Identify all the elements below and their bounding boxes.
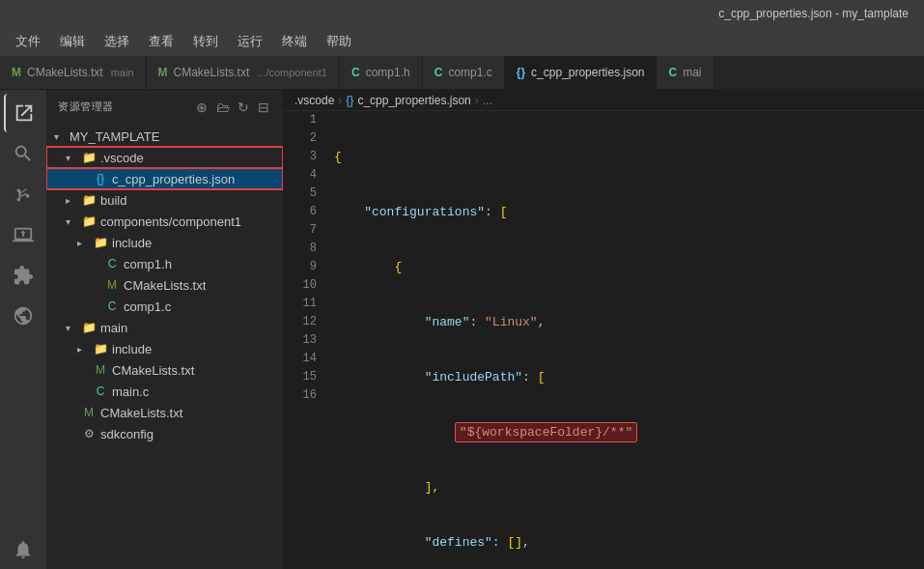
- breadcrumb-sep2: ›: [475, 94, 479, 107]
- file-tree: ▾ MY_TAMPLATE ▾ 📁 .vscode ▸ {} c_cpp_pro…: [46, 124, 283, 446]
- file-label: comp1.c: [124, 299, 171, 314]
- json-key: "defines": [425, 533, 492, 552]
- folder-label: include: [112, 342, 152, 356]
- chevron-down-icon: ▾: [54, 131, 66, 142]
- refresh-icon[interactable]: ↻: [236, 98, 252, 117]
- menu-view[interactable]: 查看: [141, 29, 182, 54]
- tree-item-cmake-root[interactable]: ▸ M CMakeLists.txt: [46, 402, 283, 423]
- code-line-6: "${workspaceFolder}/**": [334, 423, 924, 441]
- code-editor[interactable]: { "configurations": [ { "name": "Linux",…: [326, 111, 924, 569]
- tab-label: mai: [683, 66, 701, 79]
- tree-item-comp1h[interactable]: ▸ C comp1.h: [46, 253, 283, 274]
- line-num-10: 10: [283, 276, 317, 295]
- brace: {: [334, 148, 342, 166]
- tab-cmake-component[interactable]: M CMakeLists.txt .../component1: [147, 56, 340, 89]
- tree-item-vscode[interactable]: ▾ 📁 .vscode: [46, 147, 283, 168]
- tree-item-cmake-main[interactable]: ▸ M CMakeLists.txt: [46, 359, 283, 381]
- bracket: [: [538, 368, 546, 386]
- tab-label: CMakeLists.txt: [27, 66, 103, 79]
- new-folder-icon[interactable]: 🗁: [214, 98, 233, 117]
- activity-extensions[interactable]: [4, 256, 42, 295]
- cmake-icon: M: [93, 363, 108, 377]
- menu-run[interactable]: 运行: [230, 29, 270, 54]
- tree-item-mainc[interactable]: ▸ C main.c: [46, 381, 283, 402]
- activity-run-debug[interactable]: [4, 215, 42, 254]
- menubar: 文件 编辑 选择 查看 转到 运行 终端 帮助: [0, 27, 924, 56]
- colon: :: [522, 368, 538, 386]
- tab-path: main: [111, 67, 134, 78]
- json-key: "name": [425, 313, 470, 331]
- activity-explorer[interactable]: [4, 94, 42, 132]
- file-label: CMakeLists.txt: [124, 278, 206, 293]
- folder-icon: 📁: [81, 321, 97, 334]
- tab-comp1c[interactable]: C comp1.c: [423, 56, 505, 89]
- code-line-3: {: [334, 258, 924, 276]
- breadcrumb-filename: c_cpp_properties.json: [357, 94, 470, 107]
- activity-search[interactable]: [4, 134, 42, 173]
- bracket: ],: [425, 478, 440, 497]
- activity-remote-explorer[interactable]: [4, 297, 42, 335]
- menu-terminal[interactable]: 终端: [274, 29, 315, 54]
- menu-edit[interactable]: 编辑: [52, 29, 93, 54]
- tree-item-cpp-properties[interactable]: ▸ {} c_cpp_properties.json: [46, 168, 283, 189]
- code-line-1: {: [334, 148, 924, 166]
- tree-item-include-comp[interactable]: ▸ 📁 include: [46, 232, 283, 253]
- tab-cpp-properties[interactable]: {} c_cpp_properties.json: [505, 56, 658, 89]
- chevron-right-icon: ▸: [77, 238, 89, 248]
- editor-area: .vscode › {} c_cpp_properties.json › ...…: [283, 90, 924, 569]
- new-file-icon[interactable]: ⊕: [194, 98, 210, 117]
- line-num-14: 14: [283, 350, 317, 368]
- tree-item-main[interactable]: ▾ 📁 main: [46, 317, 283, 338]
- file-label: CMakeLists.txt: [112, 363, 194, 378]
- tree-item-include-main[interactable]: ▸ 📁 include: [46, 338, 283, 359]
- line-num-3: 3: [283, 148, 317, 166]
- folder-label: components/component1: [100, 214, 241, 229]
- tree-item-comp1c[interactable]: ▸ C comp1.c: [46, 296, 283, 317]
- tab-main-c[interactable]: C mai: [657, 56, 714, 89]
- colon: :: [492, 533, 508, 552]
- json-icon: {}: [517, 66, 525, 79]
- line-num-4: 4: [283, 166, 317, 185]
- tab-label: c_cpp_properties.json: [531, 66, 644, 79]
- code-line-5: "includePath": [: [334, 368, 924, 386]
- folder-icon: 📁: [93, 236, 108, 249]
- c-icon: C: [434, 66, 443, 79]
- tree-root-item[interactable]: ▾ MY_TAMPLATE: [46, 126, 283, 147]
- chevron-right-icon: ▸: [77, 344, 89, 355]
- tree-item-cmake-comp[interactable]: ▸ M CMakeLists.txt: [46, 274, 283, 296]
- activity-source-control[interactable]: [4, 175, 42, 213]
- file-label: CMakeLists.txt: [100, 406, 182, 420]
- line-num-12: 12: [283, 313, 317, 331]
- code-line-7: ],: [334, 478, 924, 497]
- json-string-highlighted: "${workspaceFolder}/**": [455, 422, 637, 442]
- sidebar: 资源管理器 ⊕ 🗁 ↻ ⊟ ▾ MY_TAMPLATE ▾ 📁 .vscode: [46, 90, 283, 569]
- tree-item-build[interactable]: ▸ 📁 build: [46, 189, 283, 211]
- indent: [334, 533, 425, 552]
- indent: [334, 423, 455, 441]
- c-icon: C: [668, 66, 677, 79]
- breadcrumb: .vscode › {} c_cpp_properties.json › ...: [283, 90, 924, 111]
- menu-select[interactable]: 选择: [97, 29, 137, 54]
- tree-item-sdkconfig[interactable]: ▸ ⚙ sdkconfig: [46, 423, 283, 444]
- chevron-right-icon: ▸: [66, 195, 77, 206]
- root-label: MY_TAMPLATE: [70, 129, 159, 144]
- c-icon: C: [93, 384, 108, 398]
- menu-help[interactable]: 帮助: [319, 29, 359, 54]
- c-header-icon: C: [104, 257, 120, 270]
- breadcrumb-ellipsis: ...: [483, 94, 492, 107]
- titlebar-text: c_cpp_properties.json - my_tamplate: [718, 7, 909, 20]
- indent: [334, 368, 425, 386]
- menu-goto[interactable]: 转到: [185, 29, 226, 54]
- tab-cmake-main[interactable]: M CMakeLists.txt main: [0, 56, 147, 89]
- line-num-7: 7: [283, 221, 317, 240]
- cmake-icon: M: [158, 66, 168, 79]
- menu-file[interactable]: 文件: [8, 29, 48, 54]
- collapse-all-icon[interactable]: ⊟: [256, 98, 272, 117]
- activity-notifications[interactable]: [4, 530, 42, 569]
- folder-label: .vscode: [100, 151, 144, 165]
- c-icon: C: [104, 299, 120, 313]
- tree-item-components[interactable]: ▾ 📁 components/component1: [46, 211, 283, 232]
- cmake-icon: M: [104, 278, 120, 292]
- tab-comp1h[interactable]: C comp1.h: [340, 56, 423, 89]
- line-num-8: 8: [283, 240, 317, 258]
